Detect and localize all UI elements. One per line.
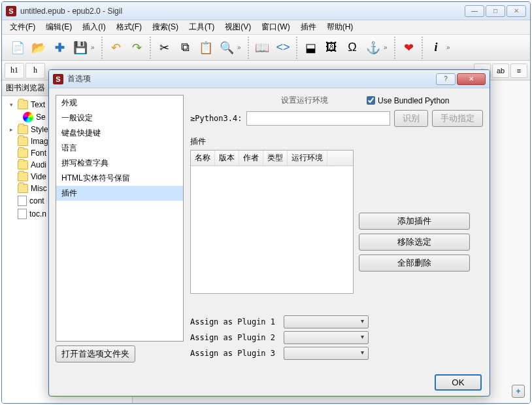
menu-edit[interactable]: 编辑(E) [41,20,77,34]
copy-button[interactable]: ⧉ [175,38,195,58]
category-listbox[interactable]: 外观 一般设定 键盘快捷键 语言 拼写检查字典 HTML实体符号保留 插件 [56,95,184,342]
dialog-close-button[interactable]: ✕ [457,73,486,85]
split-icon: ⬓ [303,41,318,55]
menu-tools[interactable]: 工具(T) [184,20,220,34]
maximize-button[interactable]: □ [486,5,505,17]
app-icon: S [6,6,16,16]
find-button[interactable]: 🔍 [217,38,237,58]
minimize-button[interactable]: — [465,5,484,17]
dialog-titlebar[interactable]: S 首选项 ? ✕ [49,70,490,88]
paste-button[interactable]: 📋 [196,38,216,58]
close-button[interactable]: ✕ [507,5,526,17]
th-author[interactable]: 作者 [239,150,263,166]
open-button[interactable]: 📂 [29,38,48,58]
python-path-input[interactable] [246,111,390,126]
add-button[interactable]: ✚ [50,38,69,58]
cat-shortcuts[interactable]: 键盘快捷键 [56,126,183,141]
cat-general[interactable]: 一般设定 [56,111,183,126]
split-button[interactable]: ⬓ [301,38,320,58]
new-button[interactable]: 📄 [8,38,27,58]
main-titlebar[interactable]: S untitled.epub - epub2.0 - Sigil — □ ✕ [2,2,530,20]
file-icon [18,209,27,219]
cut-button[interactable]: ✂ [154,38,174,58]
th-version[interactable]: 版本 [215,150,239,166]
menu-file[interactable]: 文件(F) [5,20,41,34]
ab-button[interactable]: ab [492,63,509,78]
assign3-combo[interactable] [284,347,369,360]
th-name[interactable]: 名称 [191,150,215,166]
plugins-table[interactable]: 名称 版本 作者 类型 运行环境 [190,150,354,294]
menu-format[interactable]: 格式(F) [111,20,147,34]
menu-insert[interactable]: 插入(I) [77,20,110,34]
th-type[interactable]: 类型 [263,150,288,166]
folder-icon [18,184,28,193]
redo-icon: ↷ [129,41,144,55]
assign2-label: Assign as Plugin 2 [190,333,278,342]
search-icon: 🔍 [220,41,234,55]
open-prefs-folder-button[interactable]: 打开首选项文件夹 [56,345,135,362]
toolbar: 📄 📂 ✚ 💾 » ↶ ↷ ✂ ⧉ 📋 🔍 » 📖 <> ⬓ 🖼 Ω ⚓ » [2,35,530,61]
anchor-button[interactable]: ⚓ [363,38,383,58]
menu-view[interactable]: 视图(V) [220,20,256,34]
clipboard-icon: 📋 [199,41,213,55]
h-button[interactable]: h [25,63,45,79]
toolbar-expand-2[interactable]: » [237,44,245,51]
cat-spellcheck[interactable]: 拼写检查字典 [56,156,183,171]
assign2-combo[interactable] [284,331,369,344]
bookview-button[interactable]: 📖 [252,38,272,58]
h1-button[interactable]: h1 [5,63,24,79]
colorwheel-icon [23,112,33,122]
save-icon: 💾 [73,41,88,55]
menu-search[interactable]: 搜索(S) [147,20,184,34]
add-panel-button[interactable]: + [512,385,525,398]
folder-icon [18,149,28,158]
prefs-category-list: 外观 一般设定 键盘快捷键 语言 拼写检查字典 HTML实体符号保留 插件 打开… [56,95,184,362]
redo-button[interactable]: ↷ [127,38,146,58]
omega-icon: Ω [345,41,359,55]
toolbar-expand-3[interactable]: » [384,44,391,51]
manual-set-button[interactable]: 手动指定 [432,110,483,127]
undo-icon: ↶ [108,41,123,55]
toolbar-expand-1[interactable]: » [91,44,99,51]
copy-icon: ⧉ [178,41,192,55]
assign3-label: Assign as Plugin 3 [190,349,278,358]
save-button[interactable]: 💾 [71,38,90,58]
menu-window[interactable]: 窗口(W) [256,20,295,34]
remove-selected-button[interactable]: 移除选定 [359,234,470,251]
donate-button[interactable]: ❤ [399,38,418,58]
ok-button[interactable]: OK [435,374,482,391]
app-icon: S [53,74,63,84]
list-button[interactable]: ≡ [510,63,527,78]
folder-icon [18,137,28,146]
codeview-button[interactable]: <> [273,38,293,58]
folder-icon [18,100,28,109]
add-plugin-button[interactable]: 添加插件 [359,213,470,230]
anchor-icon: ⚓ [366,41,380,55]
undo-button[interactable]: ↶ [106,38,125,58]
use-bundled-checkbox[interactable]: Use Bundled Python [367,96,449,105]
code-icon: <> [276,41,290,55]
menu-help[interactable]: 帮助(H) [322,20,359,34]
menu-plugins[interactable]: 插件 [295,20,322,34]
plugin-assignments: Assign as Plugin 1 Assign as Plugin 2 As… [190,313,483,362]
info-button[interactable]: i [426,38,446,58]
folder-icon [18,160,28,169]
use-bundled-input[interactable] [367,96,375,105]
document-icon: 📄 [10,41,25,55]
cat-appearance[interactable]: 外观 [56,96,183,111]
dialog-help-button[interactable]: ? [436,73,456,85]
identify-button[interactable]: 识别 [394,110,428,127]
remove-all-button[interactable]: 全部删除 [359,255,470,272]
specialchar-button[interactable]: Ω [342,38,362,58]
cat-language[interactable]: 语言 [56,141,183,156]
assign1-combo[interactable] [284,315,369,328]
folder-icon [18,125,28,134]
cat-plugins[interactable]: 插件 [56,186,183,201]
preferences-dialog: S 首选项 ? ✕ 外观 一般设定 键盘快捷键 语言 拼写检查字典 HTML实体… [48,69,490,396]
toolbar-expand-4[interactable]: » [446,44,454,51]
cat-entities[interactable]: HTML实体符号保留 [56,171,183,186]
scissors-icon: ✂ [157,41,171,55]
th-env[interactable]: 运行环境 [288,150,327,166]
image-button[interactable]: 🖼 [322,38,341,58]
book-icon: 📖 [255,41,269,55]
